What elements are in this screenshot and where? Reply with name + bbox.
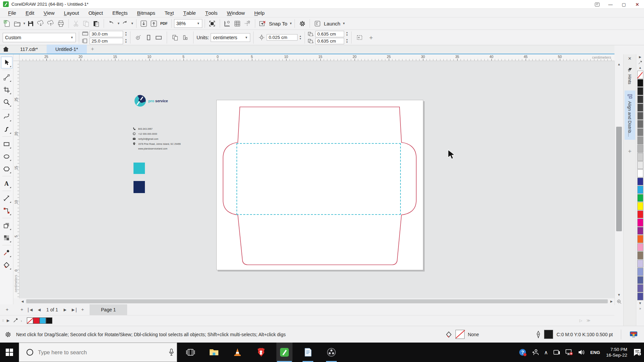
notepad-icon[interactable] xyxy=(300,343,316,362)
transparency-tool[interactable] xyxy=(1,232,12,243)
portrait-orientation-button[interactable] xyxy=(144,33,154,43)
open-dropdown-arrow[interactable]: ▼ xyxy=(23,22,26,25)
toolbox-customize-add[interactable]: ＋ xyxy=(3,307,11,313)
coreldraw-taskbar-icon[interactable] xyxy=(276,343,292,362)
docker-add-button[interactable]: ＋ xyxy=(627,147,633,155)
palette-swatch[interactable] xyxy=(637,96,643,104)
open-button[interactable] xyxy=(12,18,22,28)
palette-eyedropper-icon[interactable] xyxy=(638,60,642,65)
scroll-left-arrow[interactable]: ◄ xyxy=(19,299,25,303)
polygon-tool[interactable] xyxy=(1,163,12,174)
palette-swatch[interactable] xyxy=(637,284,643,292)
show-guidelines-button[interactable] xyxy=(243,18,253,28)
palette-swatch[interactable] xyxy=(637,276,643,284)
menu-item-tools[interactable]: Tools xyxy=(201,9,222,17)
palette-swatch[interactable] xyxy=(637,145,643,153)
page-size-preset-combo[interactable]: Custom▼ xyxy=(3,33,76,42)
doc-palette-swatch[interactable] xyxy=(46,317,52,324)
doc-palette-scroll-left[interactable]: ‹ xyxy=(21,319,27,323)
show-rulers-button[interactable] xyxy=(222,18,232,28)
interactive-fill-tool[interactable] xyxy=(1,259,12,270)
color-eyedropper-tool[interactable] xyxy=(1,247,12,258)
add-page-button[interactable]: ＋ xyxy=(17,307,26,313)
redo-dropdown-arrow[interactable]: ▼ xyxy=(131,22,134,25)
palette-swatch[interactable] xyxy=(637,112,643,120)
palette-flyout-arrow[interactable]: ▶ xyxy=(639,54,641,60)
minimize-button[interactable]: — xyxy=(604,0,617,9)
menu-item-window[interactable]: Window xyxy=(222,9,250,17)
palette-swatch[interactable] xyxy=(637,243,643,251)
duplicate-x-field[interactable]: 0.635 cm xyxy=(315,31,344,37)
horizontal-scroll-thumb[interactable] xyxy=(26,299,608,303)
palette-swatch[interactable] xyxy=(637,219,643,227)
launch-dropdown-arrow[interactable]: ▼ xyxy=(342,22,345,25)
menu-item-help[interactable]: Help xyxy=(250,9,269,17)
tablet-mode-icon[interactable] xyxy=(551,343,563,362)
import-cloud-button[interactable] xyxy=(36,18,46,28)
undo-button[interactable] xyxy=(106,18,116,28)
launch-icon[interactable] xyxy=(312,18,322,28)
treat-as-filled-button[interactable] xyxy=(355,33,365,43)
palette-swatch[interactable] xyxy=(637,235,643,243)
propbar-add-button[interactable]: ＋ xyxy=(368,34,374,42)
text-tool[interactable]: A xyxy=(1,178,12,189)
page-marks-button[interactable] xyxy=(133,33,144,43)
teal-color-square[interactable] xyxy=(133,163,145,174)
landscape-orientation-button[interactable] xyxy=(154,33,164,43)
volume-icon[interactable] xyxy=(576,343,588,362)
network-disconnected-icon[interactable] xyxy=(563,343,576,362)
maximize-button[interactable]: ▢ xyxy=(617,0,631,9)
document-tab-117cdr[interactable]: 117.cdr* xyxy=(11,45,47,54)
vertical-ruler[interactable]: centimeters 2520151050 xyxy=(13,61,19,298)
doc-palette-flyout[interactable]: ▶ xyxy=(7,318,13,323)
palette-swatch[interactable] xyxy=(637,178,643,186)
menu-item-view[interactable]: View xyxy=(39,9,59,17)
palette-swatch[interactable] xyxy=(637,136,643,144)
close-button[interactable]: ✕ xyxy=(631,0,644,9)
palette-swatch[interactable] xyxy=(637,79,643,87)
vlc-icon[interactable] xyxy=(229,343,246,362)
publish-pdf-button[interactable]: PDF xyxy=(159,18,169,28)
scroll-right-arrow[interactable]: ► xyxy=(608,299,614,303)
all-pages-button[interactable] xyxy=(170,33,180,43)
clock[interactable]: 7:50 PM 16-Sep-22 xyxy=(603,347,631,358)
paste-button[interactable] xyxy=(91,18,101,28)
page-1-tab[interactable]: Page 1 xyxy=(90,304,127,315)
titlebar-extra-icon[interactable] xyxy=(590,0,604,9)
ruler-origin-corner[interactable] xyxy=(13,54,19,61)
dimension-tool[interactable] xyxy=(1,193,12,204)
doc-palette-swatch-none[interactable] xyxy=(27,317,33,324)
launch-label[interactable]: Launch xyxy=(324,21,340,26)
palette-swatch[interactable] xyxy=(637,268,643,276)
show-grid-button[interactable] xyxy=(232,18,243,28)
palette-swatch[interactable] xyxy=(637,202,643,210)
print-button[interactable] xyxy=(56,18,66,28)
task-view-button[interactable] xyxy=(182,343,199,362)
next-page-button[interactable]: ► xyxy=(61,307,69,312)
help-tray-icon[interactable]: ? xyxy=(516,343,529,362)
ellipse-tool[interactable] xyxy=(1,151,12,162)
snap-to-label[interactable]: Snap To xyxy=(269,21,287,26)
people-tray-icon[interactable] xyxy=(529,343,541,362)
redo-button[interactable] xyxy=(120,18,130,28)
palette-expand[interactable]: » xyxy=(639,306,641,311)
palette-swatch[interactable] xyxy=(637,104,643,112)
menu-item-file[interactable]: File xyxy=(3,9,21,17)
add-page-button-2[interactable]: ＋ xyxy=(78,307,87,313)
vertical-scroll-thumb[interactable] xyxy=(616,127,622,231)
start-button[interactable] xyxy=(0,343,19,362)
docker-close-icon[interactable]: ✕ xyxy=(628,54,632,62)
navy-color-square[interactable] xyxy=(133,181,145,193)
snap-to-dropdown-arrow[interactable]: ▼ xyxy=(289,22,292,25)
outline-color-swatch[interactable] xyxy=(544,330,553,339)
page-height-field[interactable]: 25.0 cm xyxy=(90,38,123,44)
current-page-button[interactable] xyxy=(180,33,190,43)
zoom-level-combo[interactable]: 38%▼ xyxy=(174,19,202,28)
export-button[interactable] xyxy=(149,18,159,28)
menu-item-bitmaps[interactable]: Bitmaps xyxy=(132,9,160,17)
scroll-down-arrow[interactable]: ▼ xyxy=(615,292,623,298)
palette-swatch[interactable] xyxy=(637,169,643,177)
menu-item-edit[interactable]: Edit xyxy=(21,9,39,17)
freehand-tool[interactable] xyxy=(1,111,12,122)
doc-palette-expand[interactable]: ≫ xyxy=(586,318,590,323)
